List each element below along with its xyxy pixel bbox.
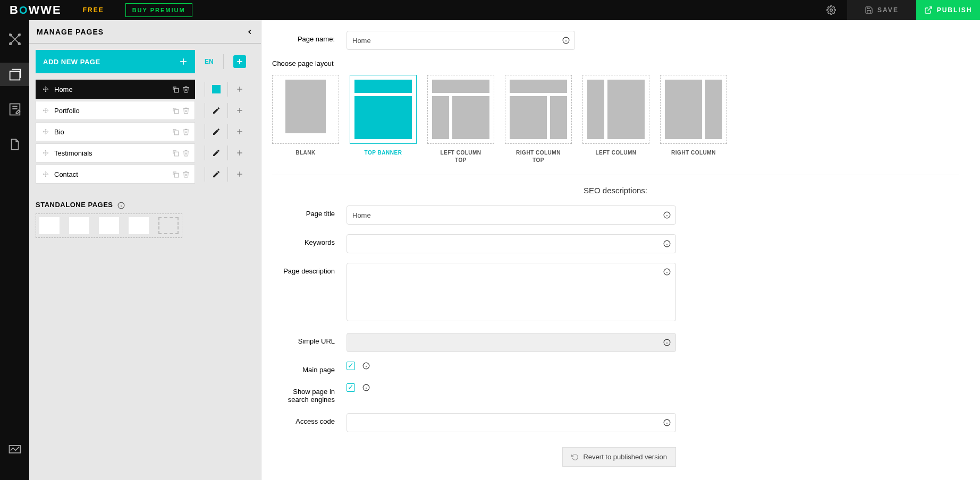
rail-stats-button[interactable] (0, 438, 29, 461)
info-button[interactable] (663, 339, 671, 346)
revert-button[interactable]: Revert to published version (562, 447, 676, 467)
page-name-label: Bio (54, 128, 64, 136)
layout-label: LEFT COLUMNTOP (440, 149, 481, 164)
access-code-label: Access code (272, 413, 347, 425)
rail-page-button[interactable] (0, 133, 29, 156)
trash-icon[interactable] (182, 149, 190, 157)
layout-option-blank[interactable]: BLANK (272, 75, 339, 164)
topbar: BOWWE FREE BUY PREMIUM SAVE PUBLISH (0, 0, 980, 20)
add-subpage-button[interactable] (228, 124, 251, 139)
edit-page-button[interactable] (205, 167, 228, 182)
drag-handle-icon[interactable] (41, 106, 50, 115)
add-subpage-button[interactable] (228, 167, 251, 182)
page-tile[interactable]: Portfolio (36, 101, 195, 120)
page-tile[interactable]: Contact (36, 165, 195, 184)
info-button[interactable] (663, 419, 671, 426)
plus-icon (177, 55, 190, 68)
standalone-slot[interactable] (39, 217, 60, 234)
drag-handle-icon[interactable] (41, 170, 50, 178)
rail-design-button[interactable] (0, 28, 29, 51)
plus-icon (235, 57, 244, 66)
page-description-input[interactable] (347, 263, 676, 321)
show-search-label-2: search engines (288, 396, 335, 404)
copy-icon[interactable] (171, 106, 180, 115)
main-page-checkbox[interactable] (347, 362, 355, 370)
pencil-icon (212, 85, 221, 93)
add-new-page-button[interactable]: ADD NEW PAGE (36, 50, 195, 73)
plus-icon (235, 149, 244, 157)
layout-option-left_column[interactable]: LEFT COLUMN (582, 75, 649, 164)
add-standalone-slot[interactable] (158, 217, 179, 234)
drag-handle-icon[interactable] (41, 85, 50, 93)
layout-option-left_column_top[interactable]: LEFT COLUMNTOP (427, 75, 494, 164)
standalone-pages-row (29, 213, 261, 238)
access-code-row: Access code (272, 413, 959, 432)
drag-handle-icon[interactable] (41, 127, 50, 136)
trash-icon[interactable] (182, 170, 190, 178)
main-page-label: Main page (272, 362, 347, 374)
page-name-input[interactable] (347, 31, 575, 50)
add-language-button[interactable] (233, 55, 246, 68)
simple-url-label: Simple URL (272, 333, 347, 345)
layout-option-right_column_top[interactable]: RIGHT COLUMNTOP (505, 75, 572, 164)
standalone-slot[interactable] (99, 217, 119, 234)
standalone-slot[interactable] (129, 217, 149, 234)
info-button[interactable] (663, 211, 671, 219)
panel-header: MANAGE PAGES (29, 20, 261, 44)
info-icon[interactable] (117, 202, 125, 209)
layout-option-right_column[interactable]: RIGHT COLUMN (660, 75, 727, 164)
layout-label: RIGHT COLUMN (671, 149, 716, 157)
plus-icon (235, 170, 244, 178)
add-subpage-button[interactable] (228, 145, 251, 160)
layout-option-top_banner[interactable]: TOP BANNER (350, 75, 417, 164)
svg-rect-13 (174, 88, 179, 92)
edit-page-button[interactable] (205, 103, 228, 118)
copy-icon[interactable] (171, 170, 180, 178)
page-tile[interactable]: Home (36, 80, 195, 99)
info-button[interactable] (362, 384, 370, 391)
rail-pages-button[interactable] (0, 63, 29, 86)
keywords-input[interactable] (347, 234, 676, 253)
choose-layout-label: Choose page layout (272, 59, 959, 67)
info-button[interactable] (663, 268, 671, 276)
info-button[interactable] (362, 362, 370, 370)
add-subpage-button[interactable] (228, 82, 251, 97)
revert-label: Revert to published version (583, 453, 667, 461)
settings-button[interactable] (815, 0, 847, 20)
page-description-label: Page description (272, 263, 347, 275)
info-icon (362, 384, 370, 391)
show-search-label-1: Show page in (293, 388, 335, 396)
info-icon (663, 240, 671, 247)
save-button[interactable]: SAVE (847, 0, 916, 20)
show-search-checkbox[interactable] (347, 383, 355, 392)
page-title-input[interactable] (347, 205, 676, 225)
collapse-panel-button[interactable] (246, 28, 254, 36)
copy-icon[interactable] (171, 149, 180, 157)
copy-icon[interactable] (171, 85, 180, 93)
trash-icon[interactable] (182, 127, 190, 136)
access-code-input[interactable] (347, 413, 676, 432)
simple-url-row: Simple URL (272, 333, 959, 352)
standalone-slot[interactable] (69, 217, 89, 234)
edit-page-button[interactable] (205, 145, 228, 160)
page-list: HomePortfolioBioTestimonialsContact (29, 80, 261, 186)
page-title-label: Page title (272, 205, 347, 218)
copy-icon[interactable] (171, 127, 180, 136)
edit-page-button[interactable] (205, 82, 228, 97)
page-name-label: Home (54, 85, 73, 93)
info-button[interactable] (663, 240, 671, 247)
left-rail (0, 20, 29, 480)
publish-button[interactable]: PUBLISH (916, 0, 980, 20)
buy-premium-button[interactable]: BUY PREMIUM (125, 3, 192, 17)
trash-icon[interactable] (182, 85, 190, 93)
drag-handle-icon[interactable] (41, 149, 50, 157)
page-tile[interactable]: Bio (36, 122, 195, 141)
edit-page-button[interactable] (205, 124, 228, 139)
info-button[interactable] (562, 37, 570, 44)
rail-forms-button[interactable] (0, 98, 29, 121)
trash-icon[interactable] (182, 106, 190, 115)
page-tile[interactable]: Testimonials (36, 143, 195, 162)
language-label[interactable]: EN (205, 58, 214, 65)
add-subpage-button[interactable] (228, 103, 251, 118)
logo[interactable]: BOWWE (10, 3, 62, 17)
